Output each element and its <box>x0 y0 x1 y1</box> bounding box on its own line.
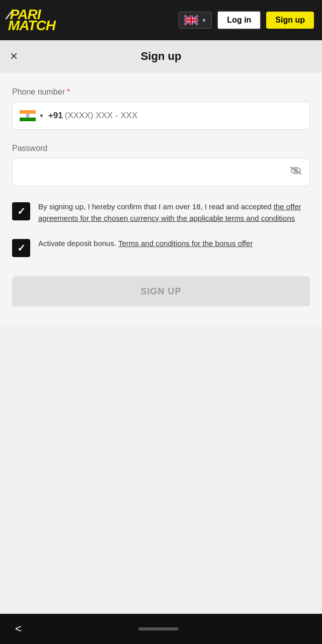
form-area: Phone number* ▼ +91 Password <box>0 72 322 327</box>
terms-checkbox-row: ✓ By signing up, I hereby confirm that I… <box>12 201 310 224</box>
navbar-right: ▼ Log in Sign up <box>179 11 314 30</box>
password-input[interactable] <box>20 167 289 177</box>
country-chevron-icon: ▼ <box>39 113 44 119</box>
phone-input[interactable] <box>65 111 302 121</box>
toggle-password-icon[interactable] <box>289 166 302 179</box>
password-label: Password <box>12 144 310 153</box>
checkmark-icon: ✓ <box>17 205 26 217</box>
close-button[interactable]: × <box>10 48 18 64</box>
password-input-wrapper <box>12 158 310 186</box>
login-button[interactable]: Log in <box>217 11 261 30</box>
required-star: * <box>67 88 70 96</box>
logo-match: MATCH <box>8 19 55 33</box>
country-selector[interactable]: ▼ <box>20 110 44 121</box>
signup-header: × Sign up <box>0 40 322 72</box>
bonus-checkbox[interactable]: ✓ <box>12 239 30 257</box>
flag-uk-icon <box>184 15 198 25</box>
navbar: ∕PARI MATCH ▼ Log in Sign up <box>0 0 322 40</box>
bottom-bar: < <box>0 614 322 644</box>
svg-rect-3 <box>20 118 36 121</box>
phone-input-wrapper: ▼ +91 <box>12 102 310 130</box>
checkmark-icon-2: ✓ <box>17 242 26 254</box>
back-button[interactable]: < <box>15 622 22 635</box>
terms-text: By signing up, I hereby confirm that I a… <box>38 201 310 224</box>
svg-rect-1 <box>20 110 36 114</box>
page-content: × Sign up Phone number* ▼ +91 <box>0 40 322 619</box>
logo: ∕PARI MATCH <box>8 8 55 33</box>
flag-india-icon <box>20 110 36 121</box>
language-selector[interactable]: ▼ <box>179 12 212 29</box>
terms-checkbox[interactable]: ✓ <box>12 202 30 220</box>
signup-nav-button[interactable]: Sign up <box>266 12 314 29</box>
signup-button[interactable]: SIGN UP <box>12 276 310 306</box>
page-title: Sign up <box>141 50 182 63</box>
bonus-link[interactable]: Terms and conditions for the bonus offer <box>118 239 253 248</box>
bonus-text: Activate deposit bonus. Terms and condit… <box>38 238 253 250</box>
home-indicator <box>138 627 179 630</box>
bonus-checkbox-row: ✓ Activate deposit bonus. Terms and cond… <box>12 238 310 257</box>
phone-label: Phone number* <box>12 88 310 97</box>
svg-point-5 <box>27 115 28 116</box>
phone-code: +91 <box>48 111 63 121</box>
chevron-down-icon: ▼ <box>201 18 206 23</box>
